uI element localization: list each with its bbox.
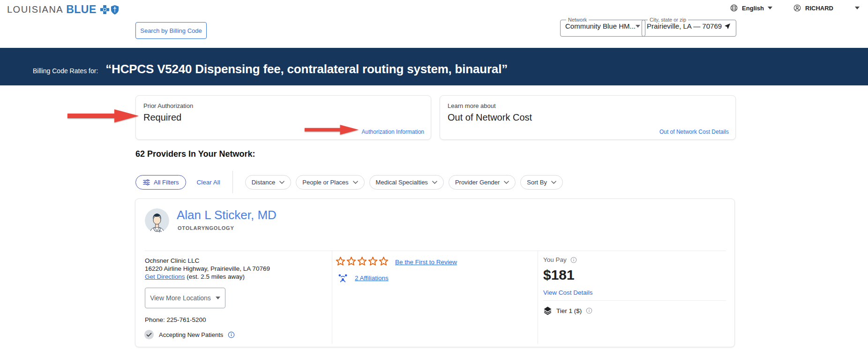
language-label: English bbox=[742, 5, 764, 12]
filter-chip-distance[interactable]: Distance bbox=[245, 175, 292, 190]
prior-authorization-status: Required bbox=[143, 112, 423, 123]
filter-chip-medical-specialties[interactable]: Medical Specialties bbox=[369, 175, 444, 190]
chevron-down-icon bbox=[551, 181, 556, 184]
tier-label: Tier 1 ($) bbox=[556, 307, 582, 314]
prior-authorization-card: Prior Authorization Required Authorizati… bbox=[135, 95, 431, 140]
prior-authorization-eyebrow: Prior Authorization bbox=[143, 102, 423, 109]
group-icon bbox=[337, 273, 349, 283]
stars bbox=[336, 256, 389, 268]
provider-avatar bbox=[145, 208, 169, 233]
column-divider bbox=[538, 251, 538, 344]
caret-down-icon bbox=[636, 25, 640, 28]
card-divider bbox=[145, 251, 726, 251]
you-pay-amount: $181 bbox=[543, 267, 575, 283]
banner-title: “HCPCS V5240 Dispensing fee, contralater… bbox=[105, 62, 508, 76]
chevron-down-icon bbox=[432, 181, 437, 184]
check-circle-icon bbox=[144, 329, 154, 340]
network-select-value: Community Blue HM... bbox=[565, 22, 636, 30]
view-more-locations-button[interactable]: View More Locations bbox=[145, 288, 225, 308]
user-menu[interactable]: RICHARD bbox=[793, 4, 860, 12]
accepting-new-patients-label: Accepting New Patients bbox=[159, 331, 223, 338]
all-filters-label: All Filters bbox=[154, 179, 179, 186]
caret-down-icon bbox=[768, 7, 772, 9]
logo-text-louisiana: LOUISIANA bbox=[7, 4, 63, 15]
filters-divider bbox=[232, 171, 233, 193]
blue-shield-icon bbox=[111, 5, 119, 15]
you-pay-label: You Pay bbox=[543, 256, 567, 263]
filter-chip-people-or-places[interactable]: People or Places bbox=[296, 175, 364, 190]
search-by-billing-code-button[interactable]: Search by Billing Code bbox=[135, 22, 207, 39]
star-icon bbox=[379, 256, 389, 266]
chevron-down-icon bbox=[504, 181, 509, 184]
language-menu[interactable]: English bbox=[730, 4, 772, 12]
navigation-icon[interactable] bbox=[724, 23, 731, 30]
info-icon[interactable] bbox=[586, 307, 592, 314]
network-select[interactable]: Network Community Blue HM... bbox=[560, 17, 645, 37]
banner-prefix: Billing Code Rates for: bbox=[33, 67, 98, 75]
clinic-name: Ochsner Clinic LLC bbox=[145, 257, 199, 264]
provider-result-card: Alan L Sticker, MD OTOLARYNGOLOGY Ochsne… bbox=[135, 198, 735, 347]
out-of-network-eyebrow: Learn more about bbox=[448, 102, 728, 109]
billing-code-banner: Billing Code Rates for: “HCPCS V5240 Dis… bbox=[0, 48, 868, 85]
out-of-network-details-link[interactable]: Out of Network Cost Details bbox=[659, 129, 729, 135]
providers-count-heading: 62 Providers In Your Network: bbox=[135, 149, 255, 159]
louisiana-blue-logo[interactable]: LOUISIANA BLUE bbox=[7, 3, 119, 16]
star-icon bbox=[368, 256, 378, 266]
provider-search-page: LOUISIANA BLUE Search by Billing Code Ne… bbox=[0, 0, 868, 351]
caret-down-icon bbox=[855, 7, 860, 9]
caret-down-icon bbox=[216, 297, 220, 299]
red-arrow-annotation bbox=[67, 109, 139, 125]
affiliations-link[interactable]: 2 Affiliations bbox=[355, 275, 389, 282]
view-cost-details-link[interactable]: View Cost Details bbox=[543, 289, 593, 296]
star-icon bbox=[346, 256, 356, 266]
provider-name-link[interactable]: Alan L Sticker, MD bbox=[177, 208, 277, 222]
cost-divider bbox=[543, 300, 726, 301]
authorization-information-link[interactable]: Authorization Information bbox=[362, 129, 424, 135]
be-first-to-review-link[interactable]: Be the First to Review bbox=[395, 259, 457, 266]
user-name-label: RICHARD bbox=[805, 5, 833, 12]
blue-cross-icon bbox=[100, 5, 109, 14]
chevron-down-icon bbox=[353, 181, 358, 184]
person-icon bbox=[793, 4, 801, 12]
all-filters-button[interactable]: All Filters bbox=[135, 175, 186, 190]
city-state-zip-value: Prairieville, LA — 70769 bbox=[647, 22, 722, 30]
provider-specialty: OTOLARYNGOLOGY bbox=[178, 225, 234, 231]
filters-toolbar: All Filters Clear All Distance People or… bbox=[135, 171, 563, 193]
clinic-address: 16220 Airline Highway, Prairieville, LA … bbox=[145, 265, 270, 272]
get-directions-link[interactable]: Get Directions bbox=[145, 273, 185, 280]
star-icon bbox=[336, 256, 345, 266]
filter-sliders-icon bbox=[143, 179, 150, 185]
filter-chip-sort-by[interactable]: Sort By bbox=[520, 175, 563, 190]
city-state-zip-input[interactable]: City, state or zip Prairieville, LA — 70… bbox=[642, 17, 736, 37]
out-of-network-card: Learn more about Out of Network Cost Out… bbox=[440, 95, 736, 140]
out-of-network-title: Out of Network Cost bbox=[448, 112, 728, 123]
globe-icon bbox=[730, 4, 738, 12]
distance-note: (est. 2.5 miles away) bbox=[185, 273, 245, 280]
info-icon[interactable] bbox=[228, 331, 235, 338]
star-icon bbox=[357, 256, 367, 266]
chevron-down-icon bbox=[279, 181, 284, 184]
clear-all-link[interactable]: Clear All bbox=[196, 179, 220, 186]
filter-chip-provider-gender[interactable]: Provider Gender bbox=[449, 175, 516, 190]
logo-text-blue: BLUE bbox=[66, 3, 97, 16]
info-icon[interactable] bbox=[570, 257, 577, 263]
provider-phone: Phone: 225-761-5200 bbox=[145, 316, 206, 323]
column-divider bbox=[332, 251, 332, 344]
red-arrow-annotation bbox=[305, 124, 359, 137]
layers-icon bbox=[543, 306, 552, 315]
